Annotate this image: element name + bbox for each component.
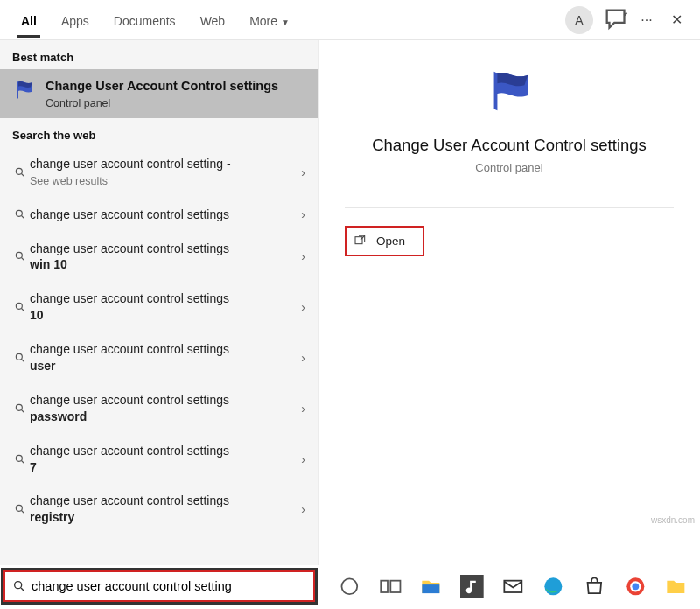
open-button[interactable]: Open xyxy=(345,226,424,256)
edge-icon[interactable] xyxy=(542,573,565,599)
svg-point-5 xyxy=(16,404,22,410)
task-view-icon[interactable] xyxy=(379,573,402,599)
search-icon xyxy=(10,208,30,220)
search-icon xyxy=(10,503,30,515)
watermark: wsxdn.com xyxy=(651,515,695,525)
tab-more[interactable]: More▼ xyxy=(237,4,302,37)
user-avatar[interactable]: A xyxy=(565,6,593,34)
web-result[interactable]: change user account control settings › xyxy=(0,198,318,232)
web-result-text: change user account control settings10 xyxy=(30,290,301,324)
svg-point-7 xyxy=(16,506,22,512)
web-result[interactable]: change user account control settings7 › xyxy=(0,434,318,485)
preview-panel: Change User Account Control settings Con… xyxy=(318,40,700,565)
chevron-down-icon: ▼ xyxy=(281,18,290,27)
svg-point-4 xyxy=(16,354,22,360)
folder-icon[interactable] xyxy=(664,573,688,599)
feedback-icon[interactable] xyxy=(602,5,632,35)
web-result[interactable]: change user account control settingswin … xyxy=(0,232,318,283)
uac-flag-icon xyxy=(12,78,37,102)
taskbar xyxy=(326,569,700,604)
web-result-text: change user account control settings7 xyxy=(30,443,301,476)
open-label: Open xyxy=(376,234,405,248)
chevron-right-icon[interactable]: › xyxy=(301,351,305,365)
section-best-match: Best match xyxy=(0,40,318,69)
search-icon xyxy=(10,166,30,178)
web-result-text: change user account control settings xyxy=(30,206,301,223)
svg-point-9 xyxy=(15,582,22,589)
chevron-right-icon[interactable]: › xyxy=(301,165,305,179)
chevron-right-icon[interactable]: › xyxy=(301,402,305,416)
section-search-web: Search the web xyxy=(0,118,318,147)
svg-rect-11 xyxy=(381,580,388,592)
search-icon xyxy=(10,402,30,415)
search-box[interactable] xyxy=(4,570,315,602)
web-result-text: change user account control settingsregi… xyxy=(30,493,301,526)
web-result[interactable]: change user account control settingsregi… xyxy=(0,484,318,535)
divider xyxy=(345,207,674,208)
svg-point-10 xyxy=(341,578,357,594)
svg-point-2 xyxy=(16,253,22,259)
tab-apps[interactable]: Apps xyxy=(49,4,102,37)
close-button[interactable]: ✕ xyxy=(662,5,691,35)
search-icon xyxy=(10,453,30,466)
cortana-icon[interactable] xyxy=(338,573,361,599)
store-icon[interactable] xyxy=(583,573,606,599)
svg-point-0 xyxy=(16,168,22,174)
chevron-right-icon[interactable]: › xyxy=(301,300,305,314)
uac-flag-icon xyxy=(345,65,674,122)
web-result[interactable]: change user account control settingspass… xyxy=(0,383,318,434)
search-tabs: All Apps Documents Web More▼ A ··· ✕ xyxy=(0,0,700,40)
search-icon xyxy=(10,352,30,364)
web-result-text: change user account control settingsuser xyxy=(30,341,301,374)
svg-point-3 xyxy=(16,304,22,310)
search-icon xyxy=(10,301,30,313)
chevron-right-icon[interactable]: › xyxy=(301,207,305,221)
results-panel: Best match Change User Account Control s… xyxy=(0,40,318,565)
search-input[interactable] xyxy=(26,576,306,597)
preview-title: Change User Account Control settings xyxy=(345,135,674,156)
web-result-text: change user account control settingspass… xyxy=(30,392,301,425)
chevron-right-icon[interactable]: › xyxy=(301,249,305,263)
chevron-right-icon[interactable]: › xyxy=(301,452,305,466)
chevron-right-icon[interactable]: › xyxy=(301,502,305,516)
file-explorer-icon[interactable] xyxy=(419,573,443,599)
svg-point-1 xyxy=(16,210,22,216)
music-app-icon[interactable] xyxy=(460,573,484,599)
web-result-text: change user account control settingswin … xyxy=(30,241,301,274)
web-result[interactable]: change user account control setting - Se… xyxy=(0,147,318,198)
svg-rect-14 xyxy=(504,580,522,592)
more-options-button[interactable]: ··· xyxy=(632,5,662,35)
mail-icon[interactable] xyxy=(501,573,525,599)
best-match-subtitle: Control panel xyxy=(46,97,278,109)
chrome-icon[interactable] xyxy=(624,573,648,599)
tab-web[interactable]: Web xyxy=(188,4,238,37)
web-result-text: change user account control setting - Se… xyxy=(30,156,301,189)
search-icon xyxy=(10,250,30,262)
best-match-result[interactable]: Change User Account Control settings Con… xyxy=(0,69,318,118)
svg-rect-8 xyxy=(355,237,362,244)
tab-all[interactable]: All xyxy=(9,4,49,37)
open-icon xyxy=(354,233,368,249)
search-icon xyxy=(12,579,26,593)
tab-documents[interactable]: Documents xyxy=(102,4,188,37)
preview-subtitle: Control panel xyxy=(345,161,674,174)
svg-point-6 xyxy=(16,455,22,461)
svg-rect-12 xyxy=(390,580,400,592)
web-result[interactable]: change user account control settings10 › xyxy=(0,282,318,332)
best-match-title: Change User Account Control settings xyxy=(46,78,278,94)
web-result[interactable]: change user account control settingsuser… xyxy=(0,332,318,383)
